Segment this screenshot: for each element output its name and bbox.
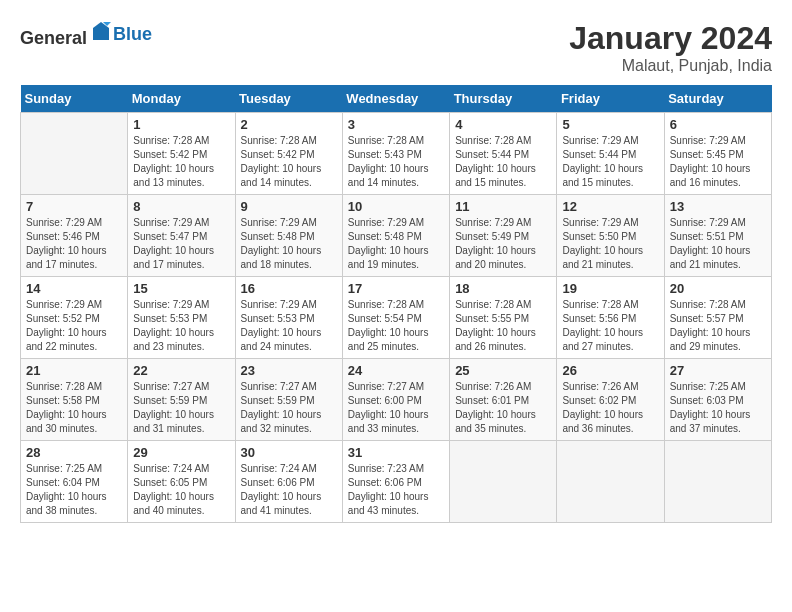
- day-number: 3: [348, 117, 444, 132]
- day-number: 19: [562, 281, 658, 296]
- day-number: 24: [348, 363, 444, 378]
- day-number: 26: [562, 363, 658, 378]
- day-info: Sunrise: 7:29 AMSunset: 5:52 PMDaylight:…: [26, 298, 122, 354]
- calendar-day-cell: 10Sunrise: 7:29 AMSunset: 5:48 PMDayligh…: [342, 195, 449, 277]
- weekday-header: Sunday: [21, 85, 128, 113]
- calendar-header-row: SundayMondayTuesdayWednesdayThursdayFrid…: [21, 85, 772, 113]
- day-number: 2: [241, 117, 337, 132]
- weekday-header: Monday: [128, 85, 235, 113]
- calendar-day-cell: 2Sunrise: 7:28 AMSunset: 5:42 PMDaylight…: [235, 113, 342, 195]
- calendar-body: 1Sunrise: 7:28 AMSunset: 5:42 PMDaylight…: [21, 113, 772, 523]
- logo-general: General: [20, 28, 87, 48]
- day-number: 8: [133, 199, 229, 214]
- day-number: 11: [455, 199, 551, 214]
- calendar-week-row: 21Sunrise: 7:28 AMSunset: 5:58 PMDayligh…: [21, 359, 772, 441]
- day-number: 28: [26, 445, 122, 460]
- month-title: January 2024: [569, 20, 772, 57]
- day-number: 22: [133, 363, 229, 378]
- calendar-day-cell: 24Sunrise: 7:27 AMSunset: 6:00 PMDayligh…: [342, 359, 449, 441]
- day-info: Sunrise: 7:29 AMSunset: 5:44 PMDaylight:…: [562, 134, 658, 190]
- day-number: 15: [133, 281, 229, 296]
- calendar-day-cell: 29Sunrise: 7:24 AMSunset: 6:05 PMDayligh…: [128, 441, 235, 523]
- day-info: Sunrise: 7:28 AMSunset: 5:58 PMDaylight:…: [26, 380, 122, 436]
- calendar-day-cell: 8Sunrise: 7:29 AMSunset: 5:47 PMDaylight…: [128, 195, 235, 277]
- day-number: 6: [670, 117, 766, 132]
- calendar-table: SundayMondayTuesdayWednesdayThursdayFrid…: [20, 85, 772, 523]
- day-info: Sunrise: 7:29 AMSunset: 5:47 PMDaylight:…: [133, 216, 229, 272]
- day-info: Sunrise: 7:24 AMSunset: 6:06 PMDaylight:…: [241, 462, 337, 518]
- day-info: Sunrise: 7:29 AMSunset: 5:49 PMDaylight:…: [455, 216, 551, 272]
- title-area: January 2024 Malaut, Punjab, India: [569, 20, 772, 75]
- calendar-day-cell: 5Sunrise: 7:29 AMSunset: 5:44 PMDaylight…: [557, 113, 664, 195]
- calendar-day-cell: [557, 441, 664, 523]
- logo: General Blue: [20, 20, 152, 49]
- calendar-day-cell: 18Sunrise: 7:28 AMSunset: 5:55 PMDayligh…: [450, 277, 557, 359]
- calendar-day-cell: 28Sunrise: 7:25 AMSunset: 6:04 PMDayligh…: [21, 441, 128, 523]
- calendar-day-cell: 12Sunrise: 7:29 AMSunset: 5:50 PMDayligh…: [557, 195, 664, 277]
- day-info: Sunrise: 7:25 AMSunset: 6:03 PMDaylight:…: [670, 380, 766, 436]
- day-number: 13: [670, 199, 766, 214]
- day-info: Sunrise: 7:29 AMSunset: 5:46 PMDaylight:…: [26, 216, 122, 272]
- day-info: Sunrise: 7:23 AMSunset: 6:06 PMDaylight:…: [348, 462, 444, 518]
- location-title: Malaut, Punjab, India: [569, 57, 772, 75]
- calendar-day-cell: 17Sunrise: 7:28 AMSunset: 5:54 PMDayligh…: [342, 277, 449, 359]
- calendar-day-cell: 30Sunrise: 7:24 AMSunset: 6:06 PMDayligh…: [235, 441, 342, 523]
- day-number: 30: [241, 445, 337, 460]
- day-info: Sunrise: 7:27 AMSunset: 5:59 PMDaylight:…: [241, 380, 337, 436]
- day-number: 23: [241, 363, 337, 378]
- calendar-day-cell: 26Sunrise: 7:26 AMSunset: 6:02 PMDayligh…: [557, 359, 664, 441]
- day-info: Sunrise: 7:27 AMSunset: 6:00 PMDaylight:…: [348, 380, 444, 436]
- day-number: 5: [562, 117, 658, 132]
- day-info: Sunrise: 7:29 AMSunset: 5:50 PMDaylight:…: [562, 216, 658, 272]
- day-info: Sunrise: 7:28 AMSunset: 5:56 PMDaylight:…: [562, 298, 658, 354]
- day-info: Sunrise: 7:29 AMSunset: 5:48 PMDaylight:…: [348, 216, 444, 272]
- calendar-day-cell: 15Sunrise: 7:29 AMSunset: 5:53 PMDayligh…: [128, 277, 235, 359]
- calendar-day-cell: 14Sunrise: 7:29 AMSunset: 5:52 PMDayligh…: [21, 277, 128, 359]
- day-number: 14: [26, 281, 122, 296]
- day-number: 17: [348, 281, 444, 296]
- day-info: Sunrise: 7:27 AMSunset: 5:59 PMDaylight:…: [133, 380, 229, 436]
- weekday-header: Tuesday: [235, 85, 342, 113]
- day-info: Sunrise: 7:29 AMSunset: 5:53 PMDaylight:…: [241, 298, 337, 354]
- day-number: 4: [455, 117, 551, 132]
- day-number: 18: [455, 281, 551, 296]
- calendar-day-cell: 19Sunrise: 7:28 AMSunset: 5:56 PMDayligh…: [557, 277, 664, 359]
- day-number: 29: [133, 445, 229, 460]
- calendar-day-cell: [664, 441, 771, 523]
- day-number: 9: [241, 199, 337, 214]
- day-number: 16: [241, 281, 337, 296]
- calendar-day-cell: 20Sunrise: 7:28 AMSunset: 5:57 PMDayligh…: [664, 277, 771, 359]
- calendar-day-cell: 13Sunrise: 7:29 AMSunset: 5:51 PMDayligh…: [664, 195, 771, 277]
- calendar-day-cell: 23Sunrise: 7:27 AMSunset: 5:59 PMDayligh…: [235, 359, 342, 441]
- logo-text: General: [20, 20, 113, 49]
- calendar-day-cell: 4Sunrise: 7:28 AMSunset: 5:44 PMDaylight…: [450, 113, 557, 195]
- calendar-day-cell: 16Sunrise: 7:29 AMSunset: 5:53 PMDayligh…: [235, 277, 342, 359]
- day-info: Sunrise: 7:25 AMSunset: 6:04 PMDaylight:…: [26, 462, 122, 518]
- weekday-header: Friday: [557, 85, 664, 113]
- day-number: 1: [133, 117, 229, 132]
- day-info: Sunrise: 7:28 AMSunset: 5:42 PMDaylight:…: [241, 134, 337, 190]
- calendar-day-cell: 3Sunrise: 7:28 AMSunset: 5:43 PMDaylight…: [342, 113, 449, 195]
- day-info: Sunrise: 7:29 AMSunset: 5:51 PMDaylight:…: [670, 216, 766, 272]
- logo-blue: Blue: [113, 24, 152, 45]
- calendar-week-row: 14Sunrise: 7:29 AMSunset: 5:52 PMDayligh…: [21, 277, 772, 359]
- day-info: Sunrise: 7:28 AMSunset: 5:55 PMDaylight:…: [455, 298, 551, 354]
- day-info: Sunrise: 7:28 AMSunset: 5:43 PMDaylight:…: [348, 134, 444, 190]
- weekday-header: Thursday: [450, 85, 557, 113]
- day-info: Sunrise: 7:28 AMSunset: 5:42 PMDaylight:…: [133, 134, 229, 190]
- weekday-header: Wednesday: [342, 85, 449, 113]
- day-number: 10: [348, 199, 444, 214]
- calendar-day-cell: [21, 113, 128, 195]
- calendar-day-cell: 1Sunrise: 7:28 AMSunset: 5:42 PMDaylight…: [128, 113, 235, 195]
- day-number: 21: [26, 363, 122, 378]
- calendar-day-cell: [450, 441, 557, 523]
- weekday-header: Saturday: [664, 85, 771, 113]
- day-info: Sunrise: 7:26 AMSunset: 6:01 PMDaylight:…: [455, 380, 551, 436]
- calendar-day-cell: 11Sunrise: 7:29 AMSunset: 5:49 PMDayligh…: [450, 195, 557, 277]
- calendar-day-cell: 25Sunrise: 7:26 AMSunset: 6:01 PMDayligh…: [450, 359, 557, 441]
- calendar-week-row: 28Sunrise: 7:25 AMSunset: 6:04 PMDayligh…: [21, 441, 772, 523]
- day-number: 7: [26, 199, 122, 214]
- day-number: 20: [670, 281, 766, 296]
- day-number: 31: [348, 445, 444, 460]
- calendar-week-row: 1Sunrise: 7:28 AMSunset: 5:42 PMDaylight…: [21, 113, 772, 195]
